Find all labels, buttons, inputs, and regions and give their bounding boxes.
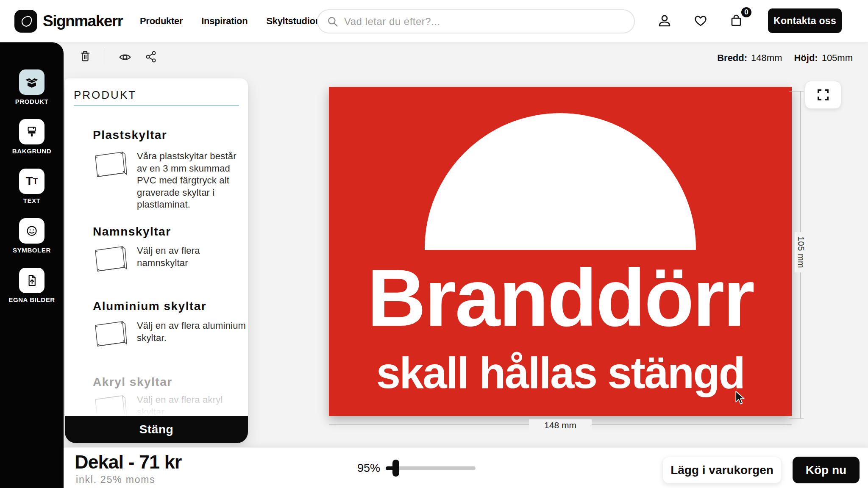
sidebar-item-symboler[interactable]: SYMBOLER <box>13 218 51 254</box>
product-option-description: Välj en av flera namnskyltar <box>137 245 248 273</box>
main-nav: Produkter Inspiration Skyltstudion <box>140 0 321 42</box>
nav-link-produkter[interactable]: Produkter <box>140 16 183 27</box>
width-dimension-label: 148 mm <box>529 419 592 431</box>
product-option-aluminium[interactable]: Aluminium skyltar <box>93 299 206 313</box>
product-option-plastskyltar[interactable]: Plastskyltar <box>93 128 167 142</box>
product-option-aluminium-row[interactable]: Välj en av flera aluminium skyltar. <box>93 320 248 348</box>
top-navbar: Signmakerr Produkter Inspiration Skyltst… <box>0 0 868 42</box>
sidebar-item-label: SYMBOLER <box>13 247 51 254</box>
sidebar-item-label: EGNA BILDER <box>8 296 55 303</box>
sign-thumbnail-icon <box>93 320 128 348</box>
buy-now-button[interactable]: Köp nu <box>793 457 860 483</box>
height-dimension-label: 105 mm <box>795 232 807 272</box>
nav-link-skyltstudion[interactable]: Skyltstudion <box>266 16 320 27</box>
favorites-heart-icon[interactable] <box>693 14 708 28</box>
sign-semicircle-graphic <box>425 113 696 250</box>
brand-name: Signmakerr <box>43 12 123 30</box>
delete-trash-icon[interactable] <box>79 50 92 63</box>
smiley-icon <box>19 218 45 244</box>
sign-size-info: Bredd:148mm Höjd:105mm <box>717 53 853 64</box>
contact-button[interactable]: Kontakta oss <box>768 8 842 33</box>
product-option-description: Välj en av flera aluminium skyltar. <box>137 320 248 348</box>
brand-logo[interactable]: Signmakerr <box>14 10 123 33</box>
paint-brush-icon <box>19 119 45 144</box>
close-panel-button[interactable]: Stäng <box>65 416 248 443</box>
nav-link-inspiration[interactable]: Inspiration <box>201 16 248 27</box>
logo-icon <box>14 10 37 33</box>
sign-text-line2[interactable]: skall hållas stängd <box>329 351 792 395</box>
box-icon <box>19 69 45 95</box>
upload-image-icon <box>19 268 45 293</box>
skyltstudio-app: Signmakerr Produkter Inspiration Skyltst… <box>0 0 868 488</box>
product-option-akryl[interactable]: Akryl skyltar <box>93 375 172 389</box>
sign-thumbnail-icon <box>93 150 128 178</box>
preview-eye-icon[interactable] <box>119 51 131 64</box>
cart-count-badge: 0 <box>740 6 752 18</box>
mouse-cursor-icon <box>734 391 746 406</box>
fullscreen-button[interactable] <box>805 81 841 109</box>
fullscreen-icon <box>817 89 829 101</box>
product-option-namnskyltar[interactable]: Namnskyltar <box>93 225 171 238</box>
zoom-slider[interactable] <box>386 460 476 477</box>
panel-title: PRODUKT <box>74 89 136 102</box>
zoom-percent-label: 95% <box>357 462 380 475</box>
sign-text-line1[interactable]: Branddörr <box>329 257 792 338</box>
toolbar-divider <box>105 48 105 64</box>
panel-title-underline <box>74 105 239 106</box>
editor-sidebar: PRODUKT BAKGRUND TT TEXT <box>0 42 64 488</box>
sidebar-item-label: TEXT <box>23 197 41 204</box>
width-info: Bredd:148mm <box>717 53 782 64</box>
dimension-tick <box>789 418 804 419</box>
product-panel: PRODUKT Plastskyltar Våra plastskyltar b… <box>65 78 248 443</box>
product-option-namnskyltar-row[interactable]: Välj en av flera namnskyltar <box>93 245 248 273</box>
zoom-slider-thumb[interactable] <box>392 460 399 477</box>
sidebar-item-produkt[interactable]: PRODUKT <box>15 69 48 105</box>
search-input[interactable] <box>344 16 625 28</box>
product-option-plastskyltar-row[interactable]: Våra plastskyltar består av en 3 mm skum… <box>93 150 248 211</box>
user-icon[interactable] <box>657 14 672 28</box>
bottom-action-bar: Dekal - 71 kr inkl. 25% moms 95% Lägg i … <box>64 447 868 488</box>
search-icon <box>327 16 338 27</box>
product-option-description: Våra plastskyltar består av en 3 mm skum… <box>137 150 248 211</box>
text-icon: TT <box>19 169 45 194</box>
sidebar-item-label: BAKGRUND <box>12 147 51 155</box>
dimension-tick <box>789 91 804 92</box>
add-to-cart-button[interactable]: Lägg i varukorgen <box>662 457 782 483</box>
vat-note: inkl. 25% moms <box>76 474 156 485</box>
sidebar-item-bakgrund[interactable]: BAKGRUND <box>12 119 51 155</box>
price-label: Dekal - 71 kr <box>75 451 181 473</box>
search-bar[interactable] <box>317 9 635 33</box>
sidebar-item-egna-bilder[interactable]: EGNA BILDER <box>8 268 55 303</box>
sign-canvas[interactable]: Branddörr skall hållas stängd <box>329 87 792 416</box>
sidebar-item-text[interactable]: TT TEXT <box>19 169 45 204</box>
sidebar-item-label: PRODUKT <box>15 98 48 105</box>
height-info: Höjd:105mm <box>794 53 853 64</box>
share-icon[interactable] <box>145 50 157 63</box>
sign-thumbnail-icon <box>93 245 128 273</box>
